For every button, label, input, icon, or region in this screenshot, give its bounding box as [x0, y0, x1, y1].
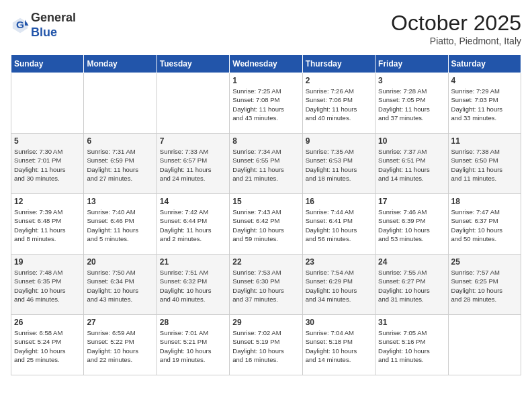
day-number: 4: [451, 76, 518, 85]
day-number: 22: [232, 257, 299, 267]
day-info: Sunrise: 7:42 AM Sunset: 6:44 PM Dayligh…: [160, 208, 226, 243]
day-info: Sunrise: 7:26 AM Sunset: 7:06 PM Dayligh…: [306, 87, 372, 122]
calendar-table: SundayMondayTuesdayWednesdayThursdayFrid…: [11, 54, 521, 375]
calendar-cell: 27Sunrise: 6:59 AM Sunset: 5:22 PM Dayli…: [84, 315, 157, 375]
calendar-cell: 23Sunrise: 7:54 AM Sunset: 6:29 PM Dayli…: [302, 255, 375, 315]
logo-blue-text: Blue: [31, 26, 57, 39]
day-number: 26: [14, 318, 81, 327]
day-info: Sunrise: 7:02 AM Sunset: 5:19 PM Dayligh…: [232, 328, 299, 364]
day-number: 6: [87, 136, 153, 146]
calendar-cell: 20Sunrise: 7:50 AM Sunset: 6:34 PM Dayli…: [84, 255, 157, 315]
day-number: 27: [87, 318, 153, 327]
day-info: Sunrise: 7:37 AM Sunset: 6:51 PM Dayligh…: [378, 147, 445, 183]
calendar-cell: 16Sunrise: 7:44 AM Sunset: 6:41 PM Dayli…: [302, 194, 375, 255]
svg-text:G: G: [16, 19, 24, 30]
header-cell-monday: Monday: [84, 55, 157, 73]
calendar-cell: [84, 73, 157, 134]
calendar-cell: 30Sunrise: 7:04 AM Sunset: 5:18 PM Dayli…: [302, 315, 375, 375]
week-row-4: 19Sunrise: 7:48 AM Sunset: 6:35 PM Dayli…: [11, 255, 521, 315]
day-number: 18: [451, 197, 518, 206]
day-number: 8: [232, 136, 299, 146]
day-number: 14: [160, 197, 226, 206]
day-number: 13: [87, 197, 153, 206]
header-row: SundayMondayTuesdayWednesdayThursdayFrid…: [11, 55, 521, 73]
week-row-2: 5Sunrise: 7:30 AM Sunset: 7:01 PM Daylig…: [11, 134, 521, 194]
calendar-body: 1Sunrise: 7:25 AM Sunset: 7:08 PM Daylig…: [11, 73, 521, 375]
day-number: 3: [378, 76, 445, 85]
header-cell-sunday: Sunday: [11, 55, 84, 73]
calendar-cell: 24Sunrise: 7:55 AM Sunset: 6:27 PM Dayli…: [375, 255, 448, 315]
day-info: Sunrise: 7:04 AM Sunset: 5:18 PM Dayligh…: [306, 328, 372, 364]
calendar-cell: 1Sunrise: 7:25 AM Sunset: 7:08 PM Daylig…: [230, 73, 302, 134]
day-info: Sunrise: 7:01 AM Sunset: 5:21 PM Dayligh…: [160, 328, 226, 364]
calendar-cell: 10Sunrise: 7:37 AM Sunset: 6:51 PM Dayli…: [375, 134, 448, 194]
calendar-cell: 8Sunrise: 7:34 AM Sunset: 6:55 PM Daylig…: [230, 134, 302, 194]
calendar-cell: 29Sunrise: 7:02 AM Sunset: 5:19 PM Dayli…: [230, 315, 302, 375]
calendar-cell: [11, 73, 84, 134]
day-number: 25: [451, 257, 518, 267]
calendar-cell: 4Sunrise: 7:29 AM Sunset: 7:03 PM Daylig…: [448, 73, 521, 134]
calendar-cell: 31Sunrise: 7:05 AM Sunset: 5:16 PM Dayli…: [375, 315, 448, 375]
day-info: Sunrise: 7:47 AM Sunset: 6:37 PM Dayligh…: [451, 208, 518, 243]
day-info: Sunrise: 7:51 AM Sunset: 6:32 PM Dayligh…: [160, 268, 226, 304]
calendar-cell: [448, 315, 521, 375]
day-info: Sunrise: 7:05 AM Sunset: 5:16 PM Dayligh…: [378, 328, 445, 364]
calendar-cell: 14Sunrise: 7:42 AM Sunset: 6:44 PM Dayli…: [157, 194, 229, 255]
day-info: Sunrise: 7:25 AM Sunset: 7:08 PM Dayligh…: [232, 87, 299, 122]
day-info: Sunrise: 7:57 AM Sunset: 6:25 PM Dayligh…: [451, 268, 518, 304]
logo-icon: G: [11, 16, 30, 35]
day-number: 30: [306, 318, 372, 327]
header-cell-thursday: Thursday: [302, 55, 375, 73]
calendar-cell: 5Sunrise: 7:30 AM Sunset: 7:01 PM Daylig…: [11, 134, 84, 194]
day-number: 15: [232, 197, 299, 206]
day-info: Sunrise: 7:30 AM Sunset: 7:01 PM Dayligh…: [14, 147, 81, 183]
calendar-cell: 2Sunrise: 7:26 AM Sunset: 7:06 PM Daylig…: [302, 73, 375, 134]
page-header: G General Blue October 2025 Piatto, Pied…: [11, 11, 521, 46]
month-title: October 2025: [391, 11, 521, 36]
day-number: 11: [451, 136, 518, 146]
day-info: Sunrise: 7:48 AM Sunset: 6:35 PM Dayligh…: [14, 268, 81, 304]
day-number: 16: [306, 197, 372, 206]
day-number: 21: [160, 257, 226, 267]
calendar-header: SundayMondayTuesdayWednesdayThursdayFrid…: [11, 55, 521, 73]
title-block: October 2025 Piatto, Piedmont, Italy: [391, 11, 521, 46]
day-number: 9: [306, 136, 372, 146]
day-number: 20: [87, 257, 153, 267]
day-info: Sunrise: 7:31 AM Sunset: 6:59 PM Dayligh…: [87, 147, 153, 183]
day-info: Sunrise: 7:44 AM Sunset: 6:41 PM Dayligh…: [306, 208, 372, 243]
day-info: Sunrise: 7:55 AM Sunset: 6:27 PM Dayligh…: [378, 268, 445, 304]
header-cell-wednesday: Wednesday: [230, 55, 302, 73]
calendar-cell: 18Sunrise: 7:47 AM Sunset: 6:37 PM Dayli…: [448, 194, 521, 255]
calendar-cell: 3Sunrise: 7:28 AM Sunset: 7:05 PM Daylig…: [375, 73, 448, 134]
week-row-5: 26Sunrise: 6:58 AM Sunset: 5:24 PM Dayli…: [11, 315, 521, 375]
day-number: 31: [378, 318, 445, 327]
day-number: 2: [306, 76, 372, 85]
day-number: 24: [378, 257, 445, 267]
logo-general-text: General: [31, 11, 76, 24]
day-info: Sunrise: 7:29 AM Sunset: 7:03 PM Dayligh…: [451, 87, 518, 122]
day-info: Sunrise: 6:59 AM Sunset: 5:22 PM Dayligh…: [87, 328, 153, 364]
calendar-cell: 26Sunrise: 6:58 AM Sunset: 5:24 PM Dayli…: [11, 315, 84, 375]
calendar-cell: 25Sunrise: 7:57 AM Sunset: 6:25 PM Dayli…: [448, 255, 521, 315]
day-number: 29: [232, 318, 299, 327]
calendar-cell: 19Sunrise: 7:48 AM Sunset: 6:35 PM Dayli…: [11, 255, 84, 315]
calendar-cell: 17Sunrise: 7:46 AM Sunset: 6:39 PM Dayli…: [375, 194, 448, 255]
location: Piatto, Piedmont, Italy: [391, 36, 521, 46]
day-info: Sunrise: 7:46 AM Sunset: 6:39 PM Dayligh…: [378, 208, 445, 243]
calendar-cell: [157, 73, 229, 134]
day-info: Sunrise: 7:39 AM Sunset: 6:48 PM Dayligh…: [14, 208, 81, 243]
day-number: 19: [14, 257, 81, 267]
calendar-cell: 7Sunrise: 7:33 AM Sunset: 6:57 PM Daylig…: [157, 134, 229, 194]
calendar-cell: 13Sunrise: 7:40 AM Sunset: 6:46 PM Dayli…: [84, 194, 157, 255]
day-info: Sunrise: 6:58 AM Sunset: 5:24 PM Dayligh…: [14, 328, 81, 364]
week-row-3: 12Sunrise: 7:39 AM Sunset: 6:48 PM Dayli…: [11, 194, 521, 255]
day-info: Sunrise: 7:28 AM Sunset: 7:05 PM Dayligh…: [378, 87, 445, 122]
calendar-cell: 9Sunrise: 7:35 AM Sunset: 6:53 PM Daylig…: [302, 134, 375, 194]
calendar-cell: 28Sunrise: 7:01 AM Sunset: 5:21 PM Dayli…: [157, 315, 229, 375]
day-number: 1: [232, 76, 299, 85]
day-info: Sunrise: 7:54 AM Sunset: 6:29 PM Dayligh…: [306, 268, 372, 304]
day-info: Sunrise: 7:50 AM Sunset: 6:34 PM Dayligh…: [87, 268, 153, 304]
logo: G General Blue: [11, 11, 76, 40]
day-number: 28: [160, 318, 226, 327]
day-number: 10: [378, 136, 445, 146]
